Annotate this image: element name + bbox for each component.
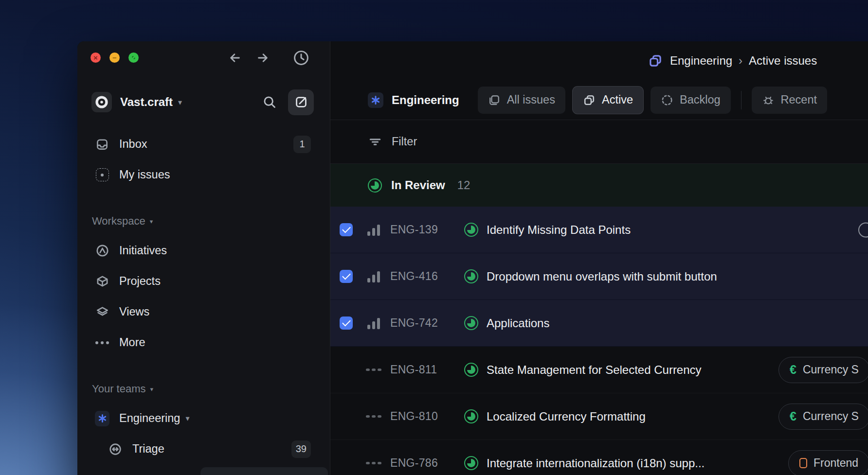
issue-id: ENG-139: [390, 223, 464, 236]
active-issues-icon: [583, 94, 596, 106]
issue-title[interactable]: State Management for Selected Currency: [487, 363, 702, 377]
issue-title[interactable]: Applications: [487, 317, 549, 330]
issue-checkbox-checked[interactable]: [340, 270, 353, 283]
backlog-dashed-circle-icon: [661, 94, 673, 106]
search-icon: [262, 95, 277, 109]
issue-row[interactable]: ENG-139 Identify Missing Data Points: [330, 207, 868, 253]
label-chip[interactable]: Frontend: [788, 450, 868, 475]
label-chip[interactable]: € Currency S: [778, 404, 868, 430]
sidebar-item-team-engineering[interactable]: Engineering ▾: [77, 403, 330, 434]
tab-label: Recent: [781, 93, 817, 106]
chevron-down-icon: ▾: [185, 414, 189, 423]
priority-high-icon[interactable]: [366, 317, 381, 329]
workspace-logo[interactable]: [91, 92, 112, 112]
section-your-teams[interactable]: Your teams ▾: [77, 379, 330, 399]
priority-none-icon[interactable]: [366, 369, 381, 371]
workspace-name[interactable]: Vast.craft: [120, 95, 173, 109]
new-issue-button[interactable]: [288, 89, 314, 115]
assignee-avatar[interactable]: [858, 222, 868, 237]
filter-icon: [368, 135, 382, 149]
status-in-review-icon: [368, 178, 382, 193]
issue-id: ENG-811: [390, 363, 464, 376]
sidebar-item-my-issues[interactable]: My issues: [77, 159, 330, 190]
section-workspace[interactable]: Workspace ▾: [77, 211, 330, 231]
triage-count-badge: 39: [291, 440, 311, 458]
team-icon-tile: [95, 411, 109, 426]
status-in-review-icon[interactable]: [464, 316, 478, 330]
breadcrumb[interactable]: Engineering › Active issues: [648, 41, 817, 80]
sidebar-item-views[interactable]: Views: [77, 297, 330, 327]
group-header-in-review[interactable]: In Review 12: [330, 164, 868, 207]
team-chip-engineering[interactable]: Engineering: [368, 92, 459, 108]
sidebar-item-label: Inbox: [119, 138, 147, 151]
issue-row[interactable]: ENG-416 Dropdown menu overlaps with subm…: [330, 253, 868, 300]
group-count: 12: [457, 178, 470, 192]
group-label: In Review: [391, 178, 445, 192]
status-in-review-icon[interactable]: [464, 409, 478, 423]
tab-label: All issues: [507, 93, 555, 106]
issue-id: ENG-742: [390, 317, 464, 330]
frontend-icon: [799, 458, 807, 468]
partial-list-item[interactable]: [200, 467, 328, 475]
main-panel: Engineering › Active issues Engineering …: [330, 41, 868, 475]
initiatives-icon: [95, 244, 109, 258]
back-button[interactable]: [228, 51, 242, 65]
forward-arrow-icon: [256, 51, 270, 65]
tab-active[interactable]: Active: [573, 87, 643, 114]
status-in-review-icon[interactable]: [464, 456, 478, 470]
issue-row[interactable]: ENG-811 State Management for Selected Cu…: [330, 347, 868, 393]
sidebar-item-more[interactable]: More: [77, 327, 330, 358]
main-titlebar: Engineering › Active issues: [330, 41, 868, 80]
inbox-icon: [95, 137, 109, 152]
issue-list: ENG-139 Identify Missing Data Points ENG…: [330, 207, 868, 475]
sidebar-item-label: Projects: [119, 275, 161, 288]
forward-button[interactable]: [256, 51, 270, 65]
issue-title[interactable]: Dropdown menu overlaps with submit butto…: [487, 270, 717, 283]
team-chip-label: Engineering: [392, 93, 459, 107]
sidebar-item-inbox[interactable]: Inbox 1: [77, 129, 330, 159]
compose-icon: [294, 95, 308, 109]
breadcrumb-separator: ›: [739, 54, 742, 68]
status-in-review-icon[interactable]: [464, 223, 478, 237]
sidebar-item-initiatives[interactable]: Initiatives: [77, 235, 330, 266]
section-label: Your teams: [92, 383, 145, 395]
back-arrow-icon: [228, 51, 242, 65]
label-chip[interactable]: € Currency S: [778, 357, 868, 383]
chevron-down-icon[interactable]: ▾: [178, 98, 182, 107]
search-button[interactable]: [261, 93, 278, 111]
projects-icon: [95, 274, 109, 289]
issue-checkbox-checked[interactable]: [340, 317, 353, 330]
minimize-window-button[interactable]: −: [109, 53, 120, 63]
issue-row[interactable]: ENG-786 Integrate internationalization (…: [330, 440, 868, 475]
tab-label: Active: [602, 93, 633, 106]
tab-backlog[interactable]: Backlog: [651, 87, 731, 114]
issue-title[interactable]: Localized Currency Formatting: [487, 410, 646, 423]
history-button[interactable]: [293, 50, 309, 66]
issue-row[interactable]: ENG-742 Applications: [330, 300, 868, 347]
status-in-review-icon[interactable]: [464, 363, 478, 377]
sidebar-item-label: Triage: [132, 442, 164, 456]
label-chip-text: Frontend: [814, 457, 858, 470]
more-dots-icon: [95, 335, 109, 350]
priority-high-icon[interactable]: [366, 224, 381, 236]
breadcrumb-team: Engineering: [670, 54, 732, 68]
sidebar-item-triage[interactable]: Triage 39: [77, 434, 330, 464]
priority-none-icon[interactable]: [366, 415, 381, 418]
fullscreen-window-button[interactable]: [128, 53, 139, 63]
issue-title[interactable]: Identify Missing Data Points: [487, 223, 631, 237]
tab-all-issues[interactable]: All issues: [478, 87, 565, 114]
priority-high-icon[interactable]: [366, 271, 381, 282]
section-label: Workspace: [92, 215, 145, 228]
tab-recent[interactable]: Recent: [752, 87, 827, 114]
filter-bar[interactable]: Filter: [330, 120, 868, 164]
status-in-review-icon[interactable]: [464, 269, 478, 283]
my-issues-icon: [95, 168, 109, 182]
issue-title[interactable]: Integrate internationalization (i18n) su…: [487, 457, 705, 470]
active-issues-icon: [648, 53, 663, 68]
sidebar-item-projects[interactable]: Projects: [77, 266, 330, 297]
close-window-button[interactable]: ×: [90, 53, 101, 63]
chevron-down-icon: ▾: [150, 386, 153, 393]
priority-none-icon[interactable]: [366, 462, 381, 464]
issue-row[interactable]: ENG-810 Localized Currency Formatting € …: [330, 393, 868, 440]
issue-checkbox-checked[interactable]: [340, 223, 353, 236]
